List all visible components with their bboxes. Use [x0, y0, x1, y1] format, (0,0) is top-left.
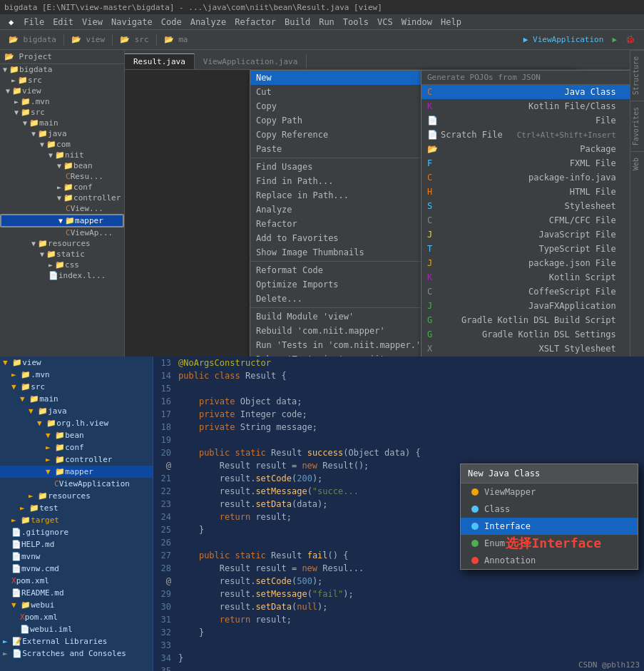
new-kotlin-script[interactable]: K Kotlin Script — [421, 270, 630, 285]
btree-mvn[interactable]: ► 📁 .mvn — [0, 369, 153, 381]
new-html[interactable]: H HTML File — [421, 185, 630, 199]
ctx-paste[interactable]: Paste Ctrl+V — [250, 142, 574, 156]
ctx-refactor[interactable]: Refactor — [250, 217, 574, 231]
new-generate-pojos[interactable]: Generate POJOs from JSON — [421, 71, 630, 85]
tree-niit[interactable]: ▼ 📁 niit — [0, 150, 124, 160]
menu-help[interactable]: Help — [436, 16, 466, 29]
ctx-run-tests[interactable]: Run 'Tests in 'com.niit.mapper.' Ctrl+Sh… — [250, 338, 574, 352]
menu-run[interactable]: Run — [315, 16, 339, 29]
btree-bean[interactable]: ▼ 📁 bean — [0, 429, 153, 441]
btree-resources[interactable]: ► 📁 resources — [0, 490, 153, 502]
btree-pom[interactable]: X pom.xml — [0, 575, 153, 587]
btree-mvnwcmd[interactable]: 📄 mvnw.cmd — [0, 563, 153, 575]
tree-static[interactable]: ▼ 📁 static — [0, 249, 124, 260]
new-scratch[interactable]: 📄 Scratch File Ctrl+Alt+Shift+Insert — [421, 128, 630, 142]
side-tab-favorites[interactable]: Favorites — [630, 101, 644, 151]
btree-src[interactable]: ▼ 📁 src — [0, 381, 153, 393]
run-config[interactable]: ▶ ViewApplication — [519, 34, 608, 46]
new-json[interactable]: J package.json File — [421, 256, 630, 270]
dialog-interface[interactable]: Interface — [461, 518, 638, 535]
tree-bigdata[interactable]: ▼ 📁 bigdata — [0, 64, 124, 75]
tree-src2[interactable]: ▼ 📁 src — [0, 107, 124, 118]
tree-bean[interactable]: ▼ 📁 bean — [0, 160, 124, 171]
tree-conf[interactable]: ► 📁 conf — [0, 182, 124, 193]
tree-controller[interactable]: ▼ 📁 controller — [0, 193, 124, 203]
tree-view[interactable]: ▼ 📁 view — [0, 86, 124, 96]
ctx-find-path[interactable]: Find in Path... Ctrl+Shift+F — [250, 174, 574, 188]
ctx-thumbnails[interactable]: Show Image Thumbnails Ctrl+Shift+T — [250, 245, 574, 260]
new-ts[interactable]: T TypeScript File — [421, 242, 630, 256]
btree-webui[interactable]: ▼ 📁 webui — [0, 599, 153, 611]
tree-src1[interactable]: ► 📁 src — [0, 75, 124, 86]
new-cfml[interactable]: C CFML/CFC File — [421, 213, 630, 227]
btree-conf[interactable]: ► 📁 conf — [0, 441, 153, 454]
menu-refactor[interactable]: Refactor — [230, 16, 280, 29]
btree-controller[interactable]: ► 📁 controller — [0, 454, 153, 466]
ctx-rebuild[interactable]: Rebuild 'com.niit.mapper' Ctrl+Shift+F9 — [250, 324, 574, 338]
tree-main[interactable]: ▼ 📁 main — [0, 118, 124, 128]
toolbar-view[interactable]: 📂 view — [67, 34, 109, 46]
menu-build[interactable]: Build — [280, 16, 315, 29]
ctx-copy-path[interactable]: Copy Path — [250, 113, 574, 128]
tree-viewapp[interactable]: C ViewAp... — [0, 227, 124, 238]
toolbar-ma[interactable]: 📂 ma — [160, 34, 193, 46]
tree-java[interactable]: ▼ 📁 java — [0, 128, 124, 139]
ctx-delete[interactable]: Delete... Delete — [250, 292, 574, 306]
new-stylesheet[interactable]: S Stylesheet — [421, 199, 630, 213]
new-java-class[interactable]: C Java Class — [421, 85, 630, 99]
new-gradle-settings[interactable]: G Gradle Kotlin DSL Settings — [421, 327, 630, 342]
dialog-class[interactable]: Class — [461, 501, 638, 518]
tree-view-java[interactable]: C View... — [0, 203, 124, 214]
tree-com[interactable]: ▼ 📁 com — [0, 139, 124, 150]
btree-mapper[interactable]: ▼ 📁 mapper — [0, 466, 153, 478]
btree-viewapp[interactable]: C ViewApplication — [0, 478, 153, 490]
new-fxml[interactable]: F FXML File — [421, 156, 630, 170]
btree-java[interactable]: ▼ 📁 java — [0, 405, 153, 417]
toolbar-src[interactable]: 📂 src — [116, 34, 153, 46]
menu-view[interactable]: View — [78, 16, 107, 29]
toolbar-debug[interactable]: 🐞 — [621, 34, 640, 46]
btree-target[interactable]: ► 📁 target — [0, 514, 153, 526]
tree-mapper[interactable]: ▼ 📁 mapper — [0, 214, 124, 227]
tree-result[interactable]: C Resu... — [0, 171, 124, 182]
menu-vcs[interactable]: VCS — [373, 16, 397, 29]
toolbar-bigdata[interactable]: 📂 bigdata — [4, 34, 61, 46]
side-tab-web[interactable]: Web — [630, 151, 644, 176]
btree-webui-iml[interactable]: 📄 webui.iml — [0, 623, 153, 635]
menu-navigate[interactable]: Navigate — [107, 16, 157, 29]
ctx-optimize[interactable]: Optimize Imports Ctrl+Alt+O — [250, 277, 574, 292]
ctx-copy-ref[interactable]: Copy Reference Ctrl+Alt+Shift+C — [250, 128, 574, 142]
menu-tools[interactable]: Tools — [339, 16, 373, 29]
btree-main[interactable]: ▼ 📁 main — [0, 393, 153, 405]
tree-css[interactable]: ► 📁 css — [0, 260, 124, 270]
new-package[interactable]: 📂 Package — [421, 142, 630, 156]
new-file[interactable]: 📄 File — [421, 113, 630, 128]
btree-scratches[interactable]: ► 📄 Scratches and Consoles — [0, 647, 153, 660]
dialog-annotation[interactable]: Annotation — [461, 552, 638, 569]
ctx-cut[interactable]: Cut Ctrl+X — [250, 85, 574, 99]
new-kotlin[interactable]: K Kotlin File/Class — [421, 99, 630, 113]
ctx-reformat[interactable]: Reformat Code Ctrl+Alt+L — [250, 263, 574, 277]
toolbar-run[interactable]: ▶ — [608, 34, 621, 46]
btree-view[interactable]: ▼ 📁 view — [0, 357, 153, 369]
new-xslt[interactable]: X XSLT Stylesheet — [421, 342, 630, 356]
ctx-analyze[interactable]: Analyze — [250, 203, 574, 217]
menu-analyze[interactable]: Analyze — [186, 16, 231, 29]
new-javafx[interactable]: J JavaFXApplication — [421, 299, 630, 313]
menu-file[interactable]: File — [19, 16, 48, 29]
tree-index[interactable]: 📄 index.l... — [0, 270, 124, 281]
new-js[interactable]: J JavaScript File — [421, 227, 630, 242]
ctx-replace[interactable]: Replace in Path... Ctrl+Shift+R — [250, 188, 574, 203]
side-tab-structure[interactable]: Structure — [630, 50, 644, 101]
menu-edit[interactable]: Edit — [48, 16, 78, 29]
ctx-favorites[interactable]: Add to Favorites — [250, 231, 574, 245]
btree-org[interactable]: ▼ 📁 org.lh.view — [0, 417, 153, 429]
dialog-viewmapper[interactable]: ViewMapper — [461, 483, 638, 501]
btree-ext-libs[interactable]: ► 📝 External Libraries — [0, 635, 153, 647]
menu-code[interactable]: Code — [157, 16, 186, 29]
menu-window[interactable]: Window — [397, 16, 436, 29]
tree-mvn[interactable]: ► 📁 .mvn — [0, 96, 124, 107]
ctx-build-module[interactable]: Build Module 'view' — [250, 309, 574, 324]
tab-result[interactable]: Result.java — [125, 53, 195, 69]
btree-help[interactable]: 📄 HELP.md — [0, 538, 153, 550]
